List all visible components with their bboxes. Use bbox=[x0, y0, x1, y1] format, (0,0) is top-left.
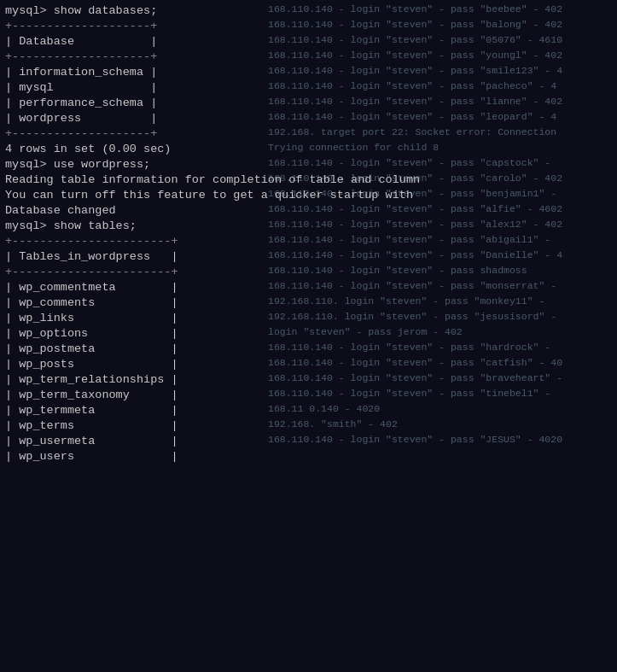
bg-log-line: 168.110.140 - login "steven" - pass "car… bbox=[268, 171, 614, 186]
bg-log-line: 192.168. target port 22: Socket error: C… bbox=[268, 125, 614, 140]
bg-log-line: 168.110.140 - login "steven" - pass "050… bbox=[268, 32, 614, 48]
bg-log-line: 168.110.140 - login "steven" - pass "har… bbox=[268, 340, 614, 355]
bg-log-line: 168.110.140 - login "steven" - pass "bee… bbox=[268, 2, 614, 17]
bg-log-line: 168.110.140 - login "steven" - pass "mon… bbox=[268, 278, 614, 294]
bg-log-line: 168.110.140 - login "steven" - pass "ben… bbox=[268, 186, 614, 202]
bg-log-line: 168.11 0.140 - 4020 bbox=[268, 401, 614, 417]
bg-log-line: Trying connection for child 8 bbox=[268, 140, 614, 155]
bg-log-line: 192.168. "smith" - 402 bbox=[268, 417, 614, 432]
bg-log-line: 168.110.140 - login "steven" - pass "cap… bbox=[268, 155, 614, 171]
background-log-text: 168.110.140 - login "steven" - pass "bee… bbox=[265, 0, 617, 672]
bg-log-line: 168.110.140 - login "steven" - pass "JES… bbox=[268, 432, 614, 447]
bg-log-line: 168.110.140 - login "steven" - pass "you… bbox=[268, 48, 614, 63]
terminal-window: 168.110.140 - login "steven" - pass "bee… bbox=[0, 0, 617, 672]
bg-log-line: 168.110.140 - login "steven" - pass shad… bbox=[268, 263, 614, 278]
bg-log-line: 168.110.140 - login "steven" - pass "Dan… bbox=[268, 248, 614, 263]
bg-log-line: 168.110.140 - login "steven" - pass "smi… bbox=[268, 63, 614, 79]
bg-log-line: login "steven" - pass jerom - 402 bbox=[268, 324, 614, 340]
bg-log-line: 168.110.140 - login "steven" - pass "cat… bbox=[268, 355, 614, 371]
bg-log-line: 168.110.140 - login "steven" - pass "leo… bbox=[268, 109, 614, 125]
bg-log-line: 168.110.140 - login "steven" - pass "ale… bbox=[268, 217, 614, 232]
bg-log-line: 168.110.140 - login "steven" - pass "tin… bbox=[268, 386, 614, 401]
bg-log-line: 168.110.140 - login "steven" - pass "pac… bbox=[268, 79, 614, 94]
bg-log-line: 168.110.140 - login "steven" - pass "lia… bbox=[268, 94, 614, 109]
bg-log-line: 192.168.110. login "steven" - pass "monk… bbox=[268, 294, 614, 309]
bg-log-line: 168.110.140 - login "steven" - pass "alf… bbox=[268, 202, 614, 217]
bg-log-line: 168.110.140 - login "steven" - pass "bra… bbox=[268, 371, 614, 386]
bg-log-line: 168.110.140 - login "steven" - pass "abi… bbox=[268, 232, 614, 248]
bg-log-line: 168.110.140 - login "steven" - pass "bal… bbox=[268, 17, 614, 32]
bg-log-line: 192.168.110. login "steven" - pass "jesu… bbox=[268, 309, 614, 324]
